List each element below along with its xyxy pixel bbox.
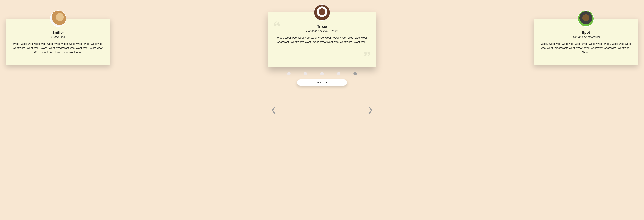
testimonial-role: Hide and Seek Master xyxy=(540,36,631,39)
testimonial-carousel: Sniffer Guide Dog Woof. Woof woof woof w… xyxy=(0,0,644,220)
chevron-right-icon xyxy=(368,106,373,114)
carousel-prev-button[interactable] xyxy=(270,106,277,114)
avatar xyxy=(50,11,66,27)
quote-open-icon: “ xyxy=(273,23,281,30)
carousel-next-button[interactable] xyxy=(367,106,374,114)
quote-close-icon: ” xyxy=(363,53,371,61)
carousel-dot[interactable] xyxy=(353,72,357,75)
carousel-dot[interactable] xyxy=(337,72,340,75)
testimonial-body: Woof. Woof woof woof woof woof. Woof woo… xyxy=(275,36,369,44)
testimonial-name: Sniffer xyxy=(13,30,104,35)
testimonial-role: Princess of Pillow Castle xyxy=(275,29,369,33)
testimonial-name: Spot xyxy=(540,30,631,35)
avatar xyxy=(314,5,330,21)
testimonial-name: Trixie xyxy=(275,24,369,29)
testimonial-card-right: Spot Hide and Seek Master Woof. Woof woo… xyxy=(534,19,638,65)
testimonial-card-left: Sniffer Guide Dog Woof. Woof woof woof w… xyxy=(6,19,110,65)
carousel-dot[interactable] xyxy=(287,72,291,75)
testimonial-body: Woof. Woof woof woof woof woof. Woof woo… xyxy=(540,42,631,54)
testimonial-body: Woof. Woof woof woof woof woof. Woof woo… xyxy=(13,42,104,54)
chevron-left-icon xyxy=(271,106,276,114)
view-all-button[interactable]: View All xyxy=(297,79,347,86)
carousel-dot[interactable] xyxy=(304,72,307,75)
testimonial-card-center: “ ” Trixie Princess of Pillow Castle Woo… xyxy=(268,13,376,67)
avatar xyxy=(578,11,594,27)
carousel-dot[interactable] xyxy=(320,72,324,75)
testimonial-role: Guide Dog xyxy=(13,36,104,39)
carousel-dots xyxy=(287,72,357,75)
